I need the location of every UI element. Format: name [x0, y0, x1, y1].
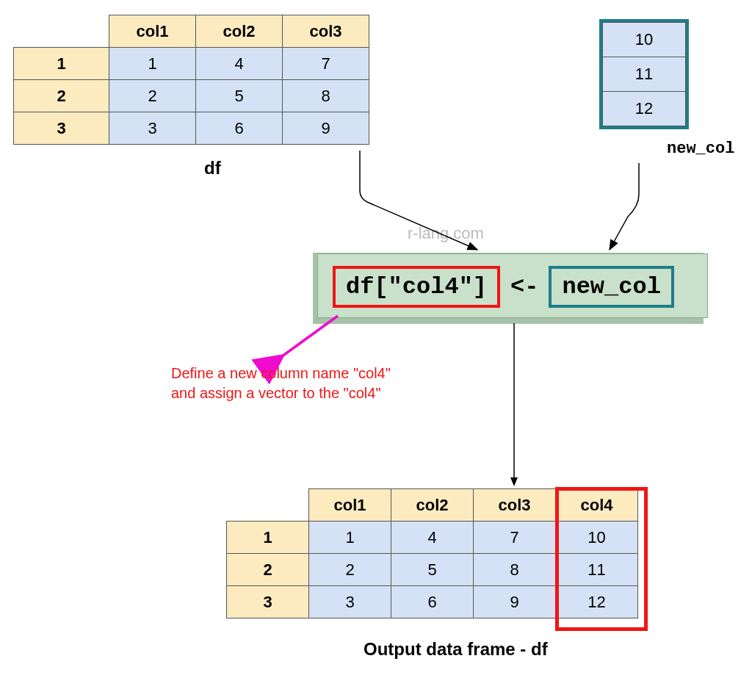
out-rowidx-1: 1: [227, 522, 309, 554]
code-block: df["col4"] <- new_col: [317, 253, 708, 318]
out-cell: 3: [309, 586, 391, 618]
out-cell: 6: [391, 586, 474, 618]
out-cell: 5: [391, 554, 474, 586]
out-header-col4: col4: [556, 489, 638, 522]
out-cell: 8: [474, 554, 556, 586]
out-cell: 11: [556, 554, 638, 586]
output-caption: Output data frame - df: [364, 639, 548, 660]
out-rowidx-2: 2: [227, 554, 309, 586]
out-header-col2: col2: [391, 489, 474, 522]
out-cell: 9: [474, 586, 556, 618]
annotation-text: Define a new column name "col4" and assi…: [171, 364, 391, 403]
out-cell: 2: [309, 554, 391, 586]
out-cell: 1: [309, 522, 391, 554]
annotation-line1: Define a new column name "col4": [171, 364, 391, 383]
code-lhs: df["col4"]: [333, 266, 500, 308]
annotation-line2: and assign a vector to the "col4": [171, 383, 391, 403]
out-rowidx-3: 3: [227, 586, 309, 618]
out-header-col3: col3: [474, 489, 556, 522]
code-rhs: new_col: [549, 266, 673, 308]
out-cell: 7: [474, 522, 556, 554]
out-header-col1: col1: [309, 489, 391, 522]
corner-empty: [227, 489, 309, 522]
out-cell: 10: [556, 522, 638, 554]
output-df-table: col1 col2 col3 col4 1 1 4 7 10 2 2 5 8 1…: [226, 488, 638, 618]
out-cell: 12: [556, 586, 638, 618]
out-cell: 4: [391, 522, 474, 554]
code-assign: <-: [510, 273, 538, 300]
